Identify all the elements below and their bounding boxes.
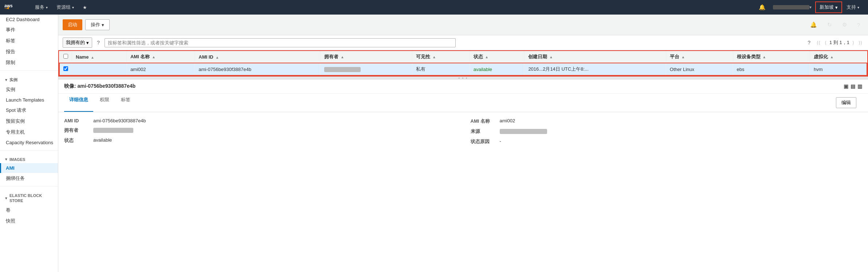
first-page-button[interactable]: ⟨⟨ xyxy=(815,39,822,46)
col-visibility[interactable]: 可见性 ▲ xyxy=(412,51,470,63)
col-root-device[interactable]: 根设备类型 ▲ xyxy=(733,51,810,63)
filter-help-icon[interactable]: ? xyxy=(95,39,102,46)
virt-sort-icon: ▲ xyxy=(830,55,834,59)
detail-panel-icon-2[interactable]: ▤ xyxy=(851,83,855,89)
detail-value-ami-id: ami-0756be930f3887e4b xyxy=(93,118,146,123)
sidebar-item-tags[interactable]: 标签 xyxy=(0,35,58,46)
detail-header-icons: ▣ ▤ ▥ xyxy=(844,83,862,89)
sidebar-item-dedicated-hosts[interactable]: 专用主机 xyxy=(0,127,58,138)
sidebar-header-instances: ▼ 实例 xyxy=(0,73,58,84)
detail-title: 映像: ami-0756be930f3887e4b xyxy=(64,83,135,90)
settings-icon[interactable]: ⚙ xyxy=(838,17,851,32)
launch-button[interactable]: 启动 xyxy=(63,19,82,30)
owner-sort-icon: ▲ xyxy=(341,55,344,59)
detail-tabs: 详细信息 权限 标签 编辑 xyxy=(58,94,868,112)
sidebar-item-limits[interactable]: 限制 xyxy=(0,57,58,68)
sidebar-item-reports[interactable]: 报告 xyxy=(0,46,58,57)
detail-content: AMI ID ami-0756be930f3887e4b 拥有者 状态 avai… xyxy=(58,112,868,154)
cell-ami-id: ami-0756be930f3887e4b xyxy=(195,63,321,75)
ami-name-sort-icon: ▲ xyxy=(152,55,156,59)
pagination-help-icon[interactable]: ? xyxy=(806,39,812,46)
root-device-sort-icon: ▲ xyxy=(762,55,766,59)
resize-handle[interactable]: • • • xyxy=(58,76,868,79)
detail-field-status: 状态 available xyxy=(64,137,456,144)
prev-page-button[interactable]: ⟨ xyxy=(823,39,828,46)
filter-bar: 我拥有的 ▾ ? ? ⟨⟨ ⟨ 1 到 1，1 ⟩ ⟩⟩ xyxy=(58,35,868,50)
detail-label-ami-name: AMI 名称 xyxy=(471,118,496,125)
detail-panel-icon-3[interactable]: ▥ xyxy=(857,83,862,89)
refresh-icon[interactable]: ↻ xyxy=(824,17,836,32)
col-name[interactable]: Name ▲ xyxy=(72,51,127,63)
cell-status: available xyxy=(470,63,525,75)
detail-value-status: available xyxy=(93,137,112,143)
detail-panel: 映像: ami-0756be930f3887e4b ▣ ▤ ▥ 详细信息 权限 … xyxy=(58,79,868,272)
nav-resources[interactable]: 资源组 ▾ xyxy=(52,0,78,15)
region-button[interactable]: 新加坡 ▾ xyxy=(815,1,842,13)
detail-field-owner: 拥有者 xyxy=(64,127,456,134)
owned-by-caret: ▾ xyxy=(86,40,89,46)
sidebar-item-launch-templates[interactable]: Launch Templates xyxy=(0,95,58,105)
actions-button[interactable]: 操作 ▾ xyxy=(85,19,110,30)
sidebar-item-volumes[interactable]: 卷 xyxy=(0,205,58,216)
detail-field-ami-name: AMI 名称 ami002 xyxy=(471,118,863,125)
col-ami-id[interactable]: AMI ID ▲ xyxy=(195,51,321,63)
cell-root-device: ebs xyxy=(733,63,810,75)
col-virtualization[interactable]: 虚拟化 ▲ xyxy=(810,51,867,63)
detail-label-status: 状态 xyxy=(64,137,90,144)
status-sort-icon: ▲ xyxy=(485,55,488,59)
select-all-checkbox[interactable] xyxy=(63,54,68,59)
sidebar-item-capacity-reservations[interactable]: Capacity Reservations xyxy=(0,138,58,148)
tab-details[interactable]: 详细信息 xyxy=(64,94,93,112)
cell-created: 2016...2月14日 UTC上午8:... xyxy=(525,63,666,75)
ami-id-sort-icon: ▲ xyxy=(215,55,219,59)
sidebar-item-ec2-dashboard[interactable]: EC2 Dashboard xyxy=(0,15,58,24)
sidebar-item-spot-requests[interactable]: Spot 请求 xyxy=(0,105,58,116)
nav-services[interactable]: 服务 ▾ xyxy=(31,0,52,15)
select-all-header[interactable] xyxy=(59,51,72,63)
cell-name xyxy=(72,63,127,75)
nav-account[interactable]: ▾ xyxy=(769,0,815,15)
sidebar-item-instances[interactable]: 实例 xyxy=(0,84,58,95)
pagination-info: ⟨⟨ ⟨ 1 到 1，1 ⟩ ⟩⟩ xyxy=(815,39,864,46)
aws-logo[interactable]: aws xyxy=(4,2,25,13)
content-area: 启动 操作 ▾ 🔔 ↻ ⚙ ? 我拥有的 ▾ ? ? ⟨⟨ ⟨ 1 到 xyxy=(58,15,868,272)
sidebar-item-reserved-instances[interactable]: 预留实例 xyxy=(0,116,58,127)
owned-by-filter[interactable]: 我拥有的 ▾ xyxy=(63,38,92,48)
col-ami-name[interactable]: AMI 名称 ▲ xyxy=(126,51,195,63)
row-checkbox[interactable] xyxy=(63,66,68,71)
col-created[interactable]: 创建日期 ▲ xyxy=(525,51,666,63)
col-owner[interactable]: 拥有者 ▲ xyxy=(321,51,412,63)
table-row[interactable]: ami002 ami-0756be930f3887e4b 私有 availabl… xyxy=(59,63,867,75)
alarm-icon[interactable]: 🔔 xyxy=(806,17,821,32)
col-platform[interactable]: 平台 ▲ xyxy=(666,51,733,63)
cell-virtualization: hvm xyxy=(810,63,867,75)
support-caret: ▾ xyxy=(857,5,859,9)
last-page-button[interactable]: ⟩⟩ xyxy=(857,39,864,46)
nav-support[interactable]: 支持 ▾ xyxy=(842,0,864,15)
help-icon[interactable]: ? xyxy=(853,17,864,32)
platform-sort-icon: ▲ xyxy=(681,55,685,59)
sidebar-item-events[interactable]: 事件 xyxy=(0,24,58,35)
cell-owner xyxy=(321,63,412,75)
sidebar-item-snapshots[interactable]: 快照 xyxy=(0,216,58,226)
resources-caret: ▾ xyxy=(72,5,74,9)
edit-button[interactable]: 编辑 xyxy=(836,97,856,108)
detail-label-owner: 拥有者 xyxy=(64,127,90,134)
next-page-button[interactable]: ⟩ xyxy=(851,39,856,46)
detail-panel-icon-1[interactable]: ▣ xyxy=(844,83,848,89)
search-input[interactable] xyxy=(105,38,456,47)
row-checkbox-cell[interactable] xyxy=(59,63,72,75)
actions-caret: ▾ xyxy=(102,22,104,28)
nav-star[interactable]: ★ xyxy=(78,0,91,15)
detail-col-left: AMI ID ami-0756be930f3887e4b 拥有者 状态 avai… xyxy=(64,118,456,149)
tab-tags[interactable]: 标签 xyxy=(116,94,135,112)
nav-bell[interactable]: 🔔 xyxy=(755,0,769,15)
detail-label-status-reason: 状态原因 xyxy=(471,138,496,145)
sidebar-item-bundle-tasks[interactable]: 捆绑任务 xyxy=(0,173,58,184)
sidebar-item-ami[interactable]: AMI xyxy=(0,163,58,173)
detail-field-source: 来源 xyxy=(471,128,863,135)
tab-permissions[interactable]: 权限 xyxy=(95,94,114,112)
sidebar: EC2 Dashboard 事件 标签 报告 限制 ▼ 实例 实例 Launch… xyxy=(0,15,58,272)
col-status[interactable]: 状态 ▲ xyxy=(470,51,525,63)
services-caret: ▾ xyxy=(46,5,48,9)
